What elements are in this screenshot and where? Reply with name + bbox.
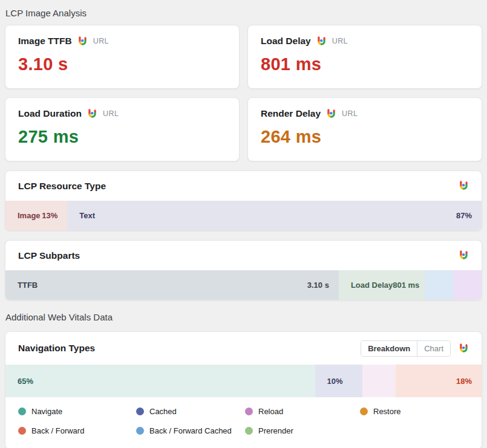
card-title: LCP Resource Type <box>18 181 106 192</box>
chrome-ux-report-icon <box>459 343 469 354</box>
chrome-ux-report-icon <box>459 250 469 261</box>
additional-section-title: Additional Web Vitals Data <box>5 312 482 322</box>
metric-title: Load Delay <box>261 36 311 47</box>
segment-value: 10% <box>324 377 343 386</box>
scope-label: URL <box>332 37 348 45</box>
legend-label: Back / Forward Cached <box>149 426 232 435</box>
chart-toggle-button[interactable]: Chart <box>417 341 450 356</box>
prerender-dot-icon <box>245 427 253 435</box>
legend-item-reload: Reload <box>245 407 360 416</box>
legend-label: Navigate <box>31 407 62 416</box>
lcp-resource-type-card: LCP Resource Type Image 13% Text 87% <box>5 170 482 231</box>
legend-item-back-forward: Back / Forward <box>18 426 136 435</box>
metric-card-load-duration: Load Duration URL 275 ms <box>5 97 240 161</box>
metric-title: Load Duration <box>18 108 82 119</box>
lcp-subparts-card: LCP Subparts TTFB 3.10 s Load Delay 801 … <box>5 240 482 300</box>
metric-card-grid: Image TTFB URL 3.10 s Load Delay URL 801… <box>5 25 482 161</box>
scope-label: URL <box>93 37 109 45</box>
legend-label: Reload <box>258 407 283 416</box>
legend-item-navigate: Navigate <box>18 407 136 416</box>
bar-segment-load-duration[interactable] <box>425 270 453 300</box>
segment-value: 65% <box>14 377 33 386</box>
legend-item-cached: Cached <box>136 407 245 416</box>
bar-segment-navigate[interactable]: 65% <box>5 365 315 397</box>
bar-segment-reload[interactable] <box>362 365 396 397</box>
bar-segment-load-delay[interactable]: Load Delay 801 ms <box>339 270 425 300</box>
chrome-ux-report-icon <box>326 109 336 119</box>
card-title: LCP Subparts <box>18 250 80 261</box>
navigate-dot-icon <box>18 407 26 415</box>
scope-label: URL <box>342 109 358 118</box>
navigation-legend: Navigate Cached Reload Restore Back / Fo… <box>5 397 482 448</box>
back-forward-cached-dot-icon <box>136 427 144 435</box>
lcp-section-title: LCP Image Analysis <box>5 8 482 18</box>
metric-card-render-delay: Render Delay URL 264 ms <box>247 97 482 161</box>
restore-dot-icon <box>360 407 368 415</box>
legend-item-prerender: Prerender <box>245 426 360 435</box>
legend-label: Cached <box>149 407 177 416</box>
segment-label: Text <box>76 211 95 220</box>
resource-type-bar: Image 13% Text 87% <box>5 201 482 230</box>
bar-segment-render-delay[interactable] <box>453 270 482 300</box>
chrome-ux-report-icon <box>77 36 88 47</box>
metric-card-load-delay: Load Delay URL 801 ms <box>247 25 482 89</box>
metric-value: 3.10 s <box>18 54 226 74</box>
bar-segment-back-forward[interactable]: 18% <box>396 365 482 397</box>
bar-segment-image[interactable]: Image 13% <box>5 201 67 230</box>
metric-card-image-ttfb: Image TTFB URL 3.10 s <box>5 25 240 89</box>
legend-label: Back / Forward <box>31 426 84 435</box>
subparts-bar: TTFB 3.10 s Load Delay 801 ms <box>5 270 482 300</box>
navigation-types-card: Navigation Types Breakdown Chart 65% 10%… <box>5 331 482 448</box>
segment-value: 3.10 s <box>307 281 330 290</box>
metric-value: 264 ms <box>261 127 469 147</box>
segment-value: 13% <box>42 211 59 220</box>
metric-title: Render Delay <box>261 108 321 119</box>
metric-title: Image TTFB <box>18 36 72 47</box>
segment-value: 87% <box>456 211 473 220</box>
segment-value: 18% <box>456 377 473 386</box>
segment-value: 801 ms <box>393 281 420 290</box>
legend-item-restore: Restore <box>360 407 469 416</box>
view-toggle: Breakdown Chart <box>361 340 451 357</box>
bar-segment-ttfb[interactable]: TTFB 3.10 s <box>5 270 339 300</box>
segment-label: TTFB <box>14 281 38 290</box>
metric-value: 275 ms <box>18 127 226 147</box>
legend-label: Restore <box>373 407 401 416</box>
chrome-ux-report-icon <box>316 36 327 47</box>
cached-dot-icon <box>136 407 144 415</box>
segment-label: Image <box>14 211 41 220</box>
segment-label: Load Delay <box>347 281 393 290</box>
back-forward-dot-icon <box>18 427 26 435</box>
legend-item-back-forward-cached: Back / Forward Cached <box>136 426 245 435</box>
reload-dot-icon <box>245 407 253 415</box>
navigation-types-bar: 65% 10% 18% <box>5 365 482 397</box>
legend-label: Prerender <box>258 426 293 435</box>
bar-segment-text[interactable]: Text 87% <box>67 201 482 230</box>
breakdown-toggle-button[interactable]: Breakdown <box>361 341 417 356</box>
chrome-ux-report-icon <box>87 109 97 119</box>
bar-segment-cached[interactable]: 10% <box>315 365 363 397</box>
chrome-ux-report-icon <box>459 181 469 191</box>
scope-label: URL <box>103 109 119 118</box>
page: LCP Image Analysis Image TTFB URL 3.10 s… <box>0 0 487 448</box>
metric-value: 801 ms <box>261 54 469 74</box>
card-title: Navigation Types <box>18 343 95 354</box>
